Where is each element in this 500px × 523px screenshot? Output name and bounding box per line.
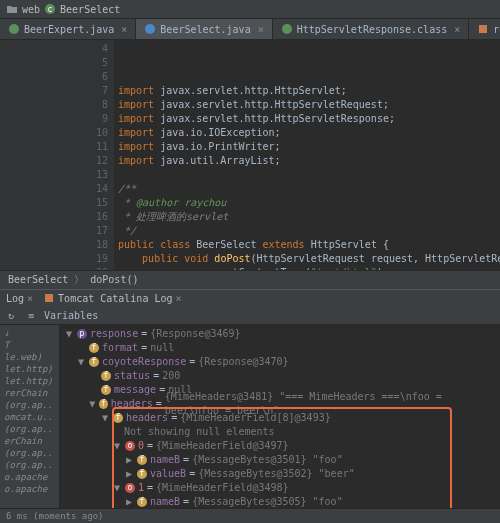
tab-beerexpert[interactable]: BeerExpert.java × <box>0 19 136 39</box>
svg-point-2 <box>9 24 19 34</box>
var-row[interactable]: ▶f valueB = {MessageBytes@3502} "beer" <box>64 467 496 481</box>
folder-icon <box>6 3 18 15</box>
var-row[interactable]: ▼o 1 = {MimeHeaderField@3498} <box>64 481 496 495</box>
crumb-web[interactable]: web <box>22 4 40 15</box>
frames-sidebar[interactable]: ↓Tle.web)let.http)let.http)rerChain(org.… <box>0 325 60 508</box>
variables-tree[interactable]: ▼p response = {Response@3469} f format =… <box>60 325 500 508</box>
tab-httpservlet[interactable]: HttpServletResponse.class × <box>273 19 470 39</box>
var-row[interactable]: ▶f nameB = {MessageBytes@3505} "foo" <box>64 495 496 508</box>
debug-toolbar: ↻ ≡ Variables <box>0 306 500 325</box>
path-method[interactable]: doPost() <box>90 274 138 285</box>
log-tab-log[interactable]: Log× <box>6 292 33 304</box>
var-row[interactable]: ▼f headers = {MimeHeaders@3481} "=== Mim… <box>64 397 496 411</box>
log-tab-catalina[interactable]: Tomcat Catalina Log× <box>43 292 181 304</box>
tab-label: BeerExpert.java <box>24 24 114 35</box>
crumb-file[interactable]: BeerSelect <box>60 4 120 15</box>
variables-title: Variables <box>44 310 98 321</box>
vars-icon[interactable]: ≡ <box>24 308 38 322</box>
svg-text:c: c <box>48 5 53 14</box>
tab-label: BeerSelect.java <box>160 24 250 35</box>
editor-tabs: BeerExpert.java × BeerSelect.java × Http… <box>0 19 500 40</box>
tab-label: result.jsp <box>493 24 500 35</box>
var-row[interactable]: ▼f coyoteResponse = {Response@3470} <box>64 355 496 369</box>
var-row[interactable]: ▼p response = {Response@3469} <box>64 327 496 341</box>
editor[interactable]: 4 5 6 7 8 9 10 11 12 13 14 15 16 17 18 1… <box>0 40 500 270</box>
log-tabs: Log× Tomcat Catalina Log× <box>0 289 500 306</box>
path-bar: BeerSelect 〉 doPost() <box>0 270 500 289</box>
var-row[interactable]: ▼o 0 = {MimeHeaderField@3497} <box>64 439 496 453</box>
close-icon[interactable]: × <box>454 24 460 35</box>
close-icon[interactable]: × <box>258 24 264 35</box>
tab-resultjsp[interactable]: result.jsp × <box>469 19 500 39</box>
path-class[interactable]: BeerSelect <box>8 274 68 285</box>
status-bar: 6 ms (moments ago) <box>0 508 500 523</box>
project-gutter <box>0 40 80 270</box>
var-row[interactable]: f status = 200 <box>64 369 496 383</box>
var-row[interactable]: f format = null <box>64 341 496 355</box>
class-icon: c <box>44 3 56 15</box>
tab-label: HttpServletResponse.class <box>297 24 448 35</box>
tab-beerselect[interactable]: BeerSelect.java × <box>136 19 272 39</box>
path-sep: 〉 <box>74 274 84 285</box>
code-area[interactable]: import javax.servlet.http.HttpServlet;im… <box>114 40 500 270</box>
svg-point-4 <box>282 24 292 34</box>
close-icon[interactable]: × <box>121 24 127 35</box>
breadcrumb: web c BeerSelect <box>0 0 500 19</box>
line-numbers: 4 5 6 7 8 9 10 11 12 13 14 15 16 17 18 1… <box>80 40 114 270</box>
restart-icon[interactable]: ↻ <box>4 308 18 322</box>
svg-point-3 <box>145 24 155 34</box>
var-row[interactable]: ▶f nameB = {MessageBytes@3501} "foo" <box>64 453 496 467</box>
svg-rect-5 <box>479 25 487 33</box>
